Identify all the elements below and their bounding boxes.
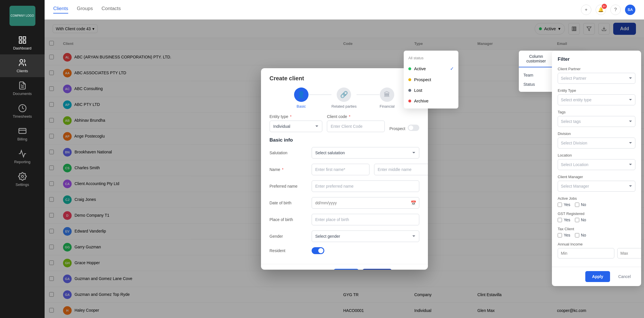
sidebar-item-billing[interactable]: Billing: [0, 123, 45, 145]
settings-label: Settings: [16, 182, 29, 187]
status-archive-item[interactable]: Archive: [404, 96, 458, 106]
preferred-name-row: Preferred name: [270, 180, 419, 192]
tab-groups[interactable]: Groups: [77, 6, 93, 14]
step-basic: 👤 Basic: [294, 87, 308, 108]
basic-info-section-title: Basic info: [270, 137, 419, 143]
annual-income-label: Annual Income: [558, 242, 635, 246]
gst-yes-label: Yes: [564, 218, 570, 222]
create-client-modal: Create client 👤 Basic 🔗 Related parties …: [261, 68, 428, 270]
plus-button[interactable]: +: [581, 5, 591, 15]
income-min-input[interactable]: [558, 248, 614, 258]
client-partner-label: Client Partner: [558, 67, 635, 71]
active-jobs-no-checkbox[interactable]: [575, 203, 579, 207]
dob-input[interactable]: [312, 197, 419, 209]
sidebar-item-clients[interactable]: Clients: [0, 54, 45, 77]
gender-group: Select gender: [312, 231, 419, 242]
prospect-label: Prospect: [389, 126, 405, 131]
entity-client-row: Entity type * Individual Client code *: [270, 114, 419, 132]
name-label: Name *: [270, 167, 284, 172]
entity-type-form-select[interactable]: Individual: [270, 121, 323, 132]
preferred-name-input[interactable]: [312, 180, 419, 192]
active-status-label: Active: [414, 66, 426, 71]
tags-select[interactable]: Select tags: [558, 116, 635, 127]
modal-footer: Next Create Cancel: [261, 264, 428, 270]
resident-label: Resident: [270, 248, 285, 253]
create-button[interactable]: Create: [362, 269, 392, 270]
active-jobs-yes[interactable]: Yes: [558, 202, 570, 207]
active-jobs-options: Yes No: [558, 202, 635, 207]
gst-yes-checkbox[interactable]: [558, 218, 562, 222]
sidebar-item-settings[interactable]: Settings: [0, 168, 45, 191]
active-dot: [408, 67, 411, 70]
entity-type-select[interactable]: Select entity type: [558, 94, 635, 105]
active-jobs-label: Active Jobs: [558, 196, 635, 201]
svg-rect-1: [23, 37, 26, 39]
stepper-line-2: [357, 94, 380, 95]
apply-button[interactable]: Apply: [585, 271, 610, 282]
lost-status-label: Lost: [414, 88, 422, 93]
filter-panel: Filter Client Partner Select Partner Ent…: [552, 51, 641, 286]
filter-tags: Tags Select tags: [558, 110, 635, 127]
pob-input[interactable]: [312, 214, 419, 225]
location-select[interactable]: Select Location: [558, 159, 635, 170]
gst-no-label: No: [581, 218, 586, 222]
gst-no[interactable]: No: [575, 218, 586, 222]
gst-yes[interactable]: Yes: [558, 218, 570, 222]
pob-label: Place of birth: [270, 217, 293, 222]
active-jobs-no-label: No: [581, 202, 586, 207]
gst-no-checkbox[interactable]: [575, 218, 579, 222]
help-button[interactable]: ?: [610, 5, 621, 15]
tab-contacts[interactable]: Contacts: [102, 6, 121, 14]
resident-toggle[interactable]: [312, 247, 324, 254]
prospect-toggle[interactable]: [408, 125, 419, 131]
notification-button[interactable]: 🔔 9+: [596, 5, 606, 15]
salutation-label: Salutation: [270, 151, 287, 155]
middle-name-input[interactable]: [374, 164, 428, 175]
step-basic-circle: 👤: [294, 87, 308, 102]
sidebar-item-documents[interactable]: Documents: [0, 77, 45, 100]
active-jobs-no[interactable]: No: [575, 202, 586, 207]
income-max-input[interactable]: [617, 248, 641, 258]
filter-cancel-button[interactable]: Cancel: [613, 271, 635, 282]
modal-title: Create client: [261, 68, 428, 82]
client-partner-select[interactable]: Select Partner: [558, 73, 635, 84]
reporting-label: Reporting: [14, 160, 30, 164]
first-name-input[interactable]: [312, 164, 369, 175]
pob-group: [312, 214, 419, 225]
sidebar-item-dashboard[interactable]: Dashboard: [0, 32, 45, 54]
sidebar-item-reporting[interactable]: Reporting: [0, 145, 45, 168]
gender-label: Gender: [270, 234, 283, 239]
active-jobs-yes-checkbox[interactable]: [558, 203, 562, 207]
status-lost-item[interactable]: Lost: [404, 85, 458, 96]
clients-label: Clients: [17, 69, 28, 73]
filter-gst: GST Registered Yes No: [558, 212, 635, 222]
status-active-item[interactable]: Active ✓: [404, 63, 458, 74]
tax-yes-checkbox[interactable]: [558, 233, 562, 237]
salutation-select[interactable]: Select salutation: [312, 147, 419, 159]
gst-options: Yes No: [558, 218, 635, 222]
user-avatar[interactable]: SA: [625, 5, 635, 15]
sidebar-item-timesheets[interactable]: Timesheets: [0, 100, 45, 123]
company-logo: COMPANY LOGO: [9, 6, 35, 26]
topnav-right: + 🔔 9+ ? SA: [581, 5, 635, 15]
archive-dot: [408, 100, 411, 102]
timesheets-label: Timesheets: [13, 114, 32, 119]
modal-cancel-button[interactable]: Cancel: [395, 269, 419, 270]
sidebar: COMPANY LOGO Dashboard Clients Documents…: [0, 0, 45, 318]
status-prospect-item[interactable]: Prospect: [404, 74, 458, 85]
tax-no[interactable]: No: [575, 233, 586, 237]
gender-select[interactable]: Select gender: [312, 231, 419, 242]
tax-yes-label: Yes: [564, 233, 570, 237]
gender-row: Gender Select gender: [270, 231, 419, 242]
division-label: Division: [558, 132, 635, 136]
client-manager-select[interactable]: Select Manager: [558, 181, 635, 192]
tax-no-checkbox[interactable]: [575, 233, 579, 237]
step-related-label: Related parties: [331, 104, 357, 108]
next-button[interactable]: Next: [334, 269, 359, 270]
client-code-input[interactable]: [327, 121, 385, 132]
filter-client-partner: Client Partner Select Partner: [558, 67, 635, 84]
tab-clients[interactable]: Clients: [53, 6, 68, 14]
tax-yes[interactable]: Yes: [558, 233, 570, 237]
column-customiser-tab[interactable]: Column customiser: [519, 51, 553, 67]
division-select[interactable]: Select Division: [558, 138, 635, 148]
